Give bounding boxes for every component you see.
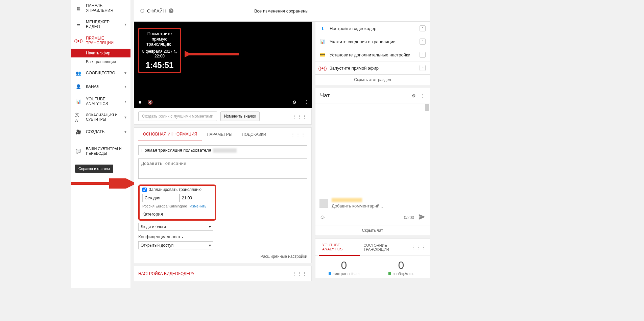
chat-messages[interactable] <box>315 103 430 195</box>
chevron-down-icon: ▾ <box>124 115 126 120</box>
setup-checklist: ⬇ Настройте видеокодер ⌃ 📊 Укажите сведе… <box>315 22 430 75</box>
checklist-item-encoder[interactable]: ⬇ Настройте видеокодер ⌃ <box>315 22 430 35</box>
chat-panel: Чат ⚙ ⋮ ☺ 0/200 <box>315 88 430 236</box>
schedule-checkbox-label[interactable]: Запланировать трансляцию <box>142 187 212 192</box>
schedule-box: Запланировать трансляцию Россия Europe/K… <box>138 184 216 221</box>
mute-icon[interactable]: 🔇 <box>147 100 153 105</box>
drag-handle-icon[interactable]: ⋮⋮⋮ <box>292 271 307 276</box>
sidebar-item-dashboard[interactable]: ▦ ПАНЕЛЬ УПРАВЛЕНИЯ <box>71 0 130 16</box>
settings-icon[interactable]: ⚙ <box>412 93 416 98</box>
list-icon: ☰ <box>75 21 82 28</box>
drag-handle-icon[interactable]: ⋮⋮⋮ <box>411 245 426 250</box>
schedule-date-input[interactable] <box>142 194 180 202</box>
stream-description-input[interactable] <box>138 158 307 179</box>
color-swatch-icon <box>329 272 331 275</box>
hide-chat-link[interactable]: Скрыть чат <box>315 225 430 236</box>
sidebar-item-label: КАНАЛ <box>86 84 124 89</box>
collapse-icon[interactable]: ⌃ <box>420 65 426 71</box>
subtitles-icon: 💬 <box>75 148 82 155</box>
status-offline: ОФЛАЙН ? <box>140 8 173 14</box>
sidebar-item-your-subtitles[interactable]: 💬 ВАШИ СУБТИТРЫ И ПЕРЕВОДЫ <box>71 143 130 159</box>
video-actions: Создать ролик с лучшими моментами Измени… <box>134 108 312 125</box>
privacy-heading: Конфиденциальность <box>138 234 307 239</box>
encoder-panel-header[interactable]: НАСТРОЙКА ВИДЕОКОДЕРА ⋮⋮⋮ <box>134 266 312 281</box>
send-icon[interactable] <box>418 213 426 222</box>
sidebar-item-community[interactable]: 👥 СООБЩЕСТВО ▾ <box>71 66 130 80</box>
sidebar-item-live[interactable]: ((●)) ПРЯМЫЕ ТРАНСЛЯЦИИ <box>71 32 130 49</box>
help-feedback-button[interactable]: Справка и отзывы <box>75 165 113 173</box>
category-select[interactable]: Люди и блоги▾ <box>138 223 213 231</box>
collapse-icon[interactable]: ⌃ <box>420 25 426 31</box>
chevron-down-icon: ▾ <box>209 224 211 229</box>
stat-messages: 0 сообщ./мин. <box>373 259 430 276</box>
live-icon: ((●)) <box>75 37 82 44</box>
stat-viewers: 0 смотрят сейчас <box>315 259 373 276</box>
sidebar-item-channel[interactable]: 👤 КАНАЛ ▾ <box>71 80 130 93</box>
sidebar-item-analytics[interactable]: 📊 YOUTUBE ANALYTICS ▾ <box>71 93 130 109</box>
checklist-item-info[interactable]: 📊 Укажите сведения о трансляции ⌃ <box>315 35 430 48</box>
emoji-icon[interactable]: ☺ <box>319 214 326 221</box>
checklist-item-settings[interactable]: 💳 Установите дополнительные настройки ⌃ <box>315 48 430 61</box>
change-thumbnail-button[interactable]: Изменить значок <box>220 112 260 121</box>
scrollbar[interactable] <box>425 104 429 111</box>
info-tabs: ОСНОВНАЯ ИНФОРМАЦИЯ ПАРАМЕТРЫ ПОДСКАЗКИ … <box>134 128 311 141</box>
color-swatch-icon <box>388 272 391 275</box>
sidebar-item-label: СООБЩЕСТВО <box>86 71 124 75</box>
sidebar-item-localization[interactable]: 文A ЛОКАЛИЗАЦИЯ И СУБТИТРЫ ▾ <box>71 109 130 125</box>
schedule-checkbox[interactable] <box>142 188 147 192</box>
tab-basic-info[interactable]: ОСНОВНАЯ ИНФОРМАЦИЯ <box>138 128 202 141</box>
help-icon[interactable]: ? <box>169 8 173 13</box>
stop-icon[interactable]: ■ <box>139 100 141 105</box>
collapse-icon[interactable]: ⌃ <box>420 52 426 58</box>
dashboard-icon: ▦ <box>75 5 82 11</box>
privacy-select[interactable]: Открытый доступ▾ <box>138 241 213 249</box>
more-icon[interactable]: ⋮ <box>421 93 425 98</box>
chat-input[interactable] <box>332 203 426 208</box>
sidebar-item-label: ПРЯМЫЕ ТРАНСЛЯЦИИ <box>86 36 126 45</box>
chevron-down-icon: ▾ <box>124 99 126 104</box>
settings-icon[interactable]: ⚙ <box>292 100 296 105</box>
tab-cards[interactable]: ПОДСКАЗКИ <box>237 128 271 141</box>
blurred-username <box>213 148 237 153</box>
sidebar: ▦ ПАНЕЛЬ УПРАВЛЕНИЯ ☰ МЕНЕДЖЕР ВИДЕО ▾ (… <box>71 0 130 288</box>
tab-stream-health[interactable]: СОСТОЯНИЕ ТРАНСЛЯЦИИ <box>360 239 411 255</box>
schedule-time-input[interactable] <box>180 194 213 202</box>
collapse-icon[interactable]: ⌃ <box>420 39 426 45</box>
fullscreen-icon[interactable]: ⛶ <box>303 100 307 105</box>
annotation-arrow-icon <box>71 178 134 189</box>
countdown-title: Посмотрите прямую трансляцию. <box>141 31 178 47</box>
main-content: ОФЛАЙН ? Все изменения сохранены. Посмот… <box>130 0 502 288</box>
video-controls: ■ 🔇 ⚙ ⛶ <box>134 100 312 105</box>
drag-handle-icon[interactable]: ⋮⋮⋮ <box>292 114 307 119</box>
timezone-row: Россия Europe/Kaliningrad Изменить <box>142 204 212 208</box>
hide-section-link[interactable]: Скрыть этот раздел <box>315 75 430 85</box>
timezone-change-link[interactable]: Изменить <box>190 204 207 208</box>
video-player[interactable]: Посмотрите прямую трансляцию. 8 февраля … <box>134 22 312 108</box>
chevron-down-icon: ▾ <box>209 243 211 248</box>
sidebar-sub-start-live[interactable]: Начать эфир <box>71 49 130 57</box>
checklist-item-golive[interactable]: ((●)) Запустите прямой эфир ⌃ <box>315 61 430 74</box>
user-icon: 👤 <box>75 83 82 90</box>
sidebar-item-create[interactable]: 🎥 СОЗДАТЬ ▾ <box>71 125 130 139</box>
sidebar-item-video-manager[interactable]: ☰ МЕНЕДЖЕР ВИДЕО ▾ <box>71 16 130 32</box>
analytics-panel: YOUTUBE ANALYTICS СОСТОЯНИЕ ТРАНСЛЯЦИИ ⋮… <box>315 239 430 278</box>
right-column: ⬇ Настройте видеокодер ⌃ 📊 Укажите сведе… <box>315 22 430 281</box>
sidebar-item-label: СОЗДАТЬ <box>86 129 124 134</box>
info-icon: 📊 <box>319 39 326 45</box>
tab-parameters[interactable]: ПАРАМЕТРЫ <box>202 128 237 141</box>
countdown-timer: 1:45:51 <box>141 60 178 70</box>
sidebar-item-label: ЛОКАЛИЗАЦИЯ И СУБТИТРЫ <box>86 113 124 122</box>
countdown-overlay: Посмотрите прямую трансляцию. 8 февраля … <box>138 28 181 73</box>
stream-title-input[interactable]: Прямая трансляция пользователя <box>138 145 307 155</box>
chevron-down-icon: ▾ <box>124 129 126 134</box>
sidebar-sub-all-live[interactable]: Все трансляции <box>71 57 130 66</box>
chevron-down-icon: ▾ <box>124 84 126 89</box>
tab-analytics[interactable]: YOUTUBE ANALYTICS <box>319 239 360 256</box>
advanced-settings-link[interactable]: Расширенные настройки <box>138 254 307 259</box>
chevron-down-icon: ▾ <box>124 71 126 75</box>
annotation-arrow-icon <box>185 50 239 58</box>
status-bar: ОФЛАЙН ? Все изменения сохранены. <box>134 0 430 22</box>
drag-handle-icon[interactable]: ⋮⋮⋮ <box>291 132 307 137</box>
category-heading: Категория <box>142 212 212 217</box>
analytics-icon: 📊 <box>75 98 82 105</box>
